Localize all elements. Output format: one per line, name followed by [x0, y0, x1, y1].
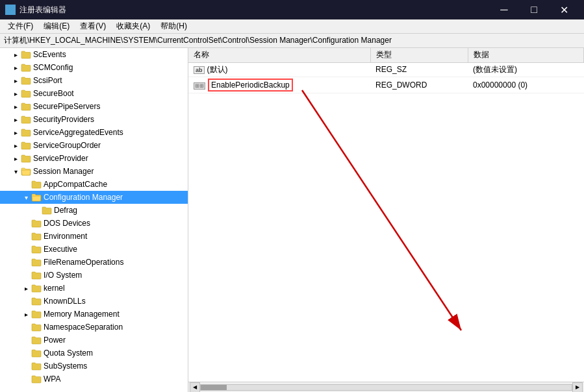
- tree-item-subsystems[interactable]: SubSystems: [0, 360, 188, 373]
- folder-icon-environment: [31, 232, 42, 241]
- tree-item-serviceprovider[interactable]: ▸ ServiceProvider: [0, 152, 188, 165]
- tree-arrow-subsystems[interactable]: [21, 361, 31, 371]
- tree-arrow-configurationmanager[interactable]: ▾: [21, 192, 31, 202]
- tree-item-servicegrouporder[interactable]: ▸ ServiceGroupOrder: [0, 139, 188, 152]
- tree-label-defrag: Defrag: [54, 206, 77, 215]
- tree-arrow-scsiport[interactable]: ▸: [10, 75, 21, 86]
- tree-arrow-serviceaggregatedevents[interactable]: ▸: [10, 127, 21, 138]
- tree-arrow-securepipeservers[interactable]: ▸: [10, 101, 21, 112]
- folder-icon-knowndlls: [31, 297, 42, 306]
- tree-item-configurationmanager[interactable]: ▾ Configuration Manager: [0, 191, 188, 204]
- table-row[interactable]: ⊞⊞EnablePeriodicBackupREG_DWORD0x0000000…: [188, 77, 584, 93]
- reg-data-cell: (数值未设置): [468, 62, 584, 77]
- table-row[interactable]: ab(默认)REG_SZ(数值未设置): [188, 62, 584, 77]
- tree-label-serviceprovider: ServiceProvider: [33, 154, 88, 163]
- tree-arrow-sessionmanager[interactable]: ▾: [10, 166, 21, 177]
- tree-item-wpa[interactable]: WPA: [0, 373, 188, 386]
- tree-arrow-securityproviders[interactable]: ▸: [10, 114, 21, 125]
- tree-arrow-namespaceseparation[interactable]: [21, 322, 31, 332]
- menu-item-v[interactable]: 查看(V): [75, 19, 111, 33]
- horizontal-scrollbar[interactable]: ◀ ▶: [188, 382, 584, 392]
- maximize-button[interactable]: □: [519, 0, 549, 19]
- tree-item-appcompatcache[interactable]: AppCompatCache: [0, 178, 188, 191]
- tree-arrow-serviceprovider[interactable]: ▸: [10, 153, 21, 164]
- tree-arrow-dosdevices[interactable]: [21, 218, 31, 228]
- tree-arrow-environment[interactable]: [21, 231, 31, 241]
- tree-item-scevents[interactable]: ▸ ScEvents: [0, 48, 188, 61]
- tree-arrow-kernel[interactable]: ▸: [21, 283, 31, 293]
- tree-label-sessionmanager: Session Manager: [33, 167, 94, 176]
- tree-item-serviceaggregatedevents[interactable]: ▸ ServiceAggregatedEvents: [0, 126, 188, 139]
- tree-label-scmconfig: SCMConfig: [33, 63, 73, 72]
- tree-item-iosystem[interactable]: I/O System: [0, 269, 188, 282]
- registry-table: 名称 类型 数据 ab(默认)REG_SZ(数值未设置)⊞⊞EnablePeri…: [188, 48, 584, 93]
- main-content: ▸ ScEvents▸ SCMConfig▸ ScsiPort▸ SecureB…: [0, 48, 584, 392]
- folder-icon-wpa: [31, 374, 42, 384]
- tree-arrow-executive[interactable]: [21, 244, 31, 254]
- col-header-name[interactable]: 名称: [188, 48, 370, 62]
- tree-item-securepipeservers[interactable]: ▸ SecurePipeServers: [0, 100, 188, 113]
- tree-item-environment[interactable]: Environment: [0, 230, 188, 243]
- tree-arrow-knowndlls[interactable]: [21, 296, 31, 306]
- scroll-right-button[interactable]: ▶: [572, 382, 583, 393]
- h-scroll-track[interactable]: [200, 384, 572, 391]
- tree-item-scsiport[interactable]: ▸ ScsiPort: [0, 74, 188, 87]
- tree-item-knowndlls[interactable]: KnownDLLs: [0, 295, 188, 308]
- folder-icon-defrag: [42, 206, 52, 215]
- tree-label-memorymanagement: Memory Management: [44, 310, 120, 319]
- folder-icon-dosdevices: [31, 219, 42, 228]
- tree-item-dosdevices[interactable]: DOS Devices: [0, 217, 188, 230]
- tree-arrow-wpa[interactable]: [21, 374, 31, 384]
- tree-item-scmconfig[interactable]: ▸ SCMConfig: [0, 61, 188, 74]
- reg-data-cell: 0x00000000 (0): [468, 77, 584, 93]
- tree-item-executive[interactable]: Executive: [0, 243, 188, 256]
- tree-item-power[interactable]: Power: [0, 334, 188, 347]
- tree-item-defrag[interactable]: Defrag: [0, 204, 188, 217]
- menu-item-e[interactable]: 编辑(E): [38, 19, 75, 33]
- menu-item-a[interactable]: 收藏夹(A): [111, 19, 155, 33]
- tree-item-secureboot[interactable]: ▸ SecureBoot: [0, 87, 188, 100]
- folder-icon-secureboot: [21, 89, 31, 98]
- tree-arrow-defrag[interactable]: [31, 205, 42, 215]
- tree-item-kernel[interactable]: ▸ kernel: [0, 282, 188, 295]
- tree-item-sessionmanager[interactable]: ▾ Session Manager: [0, 165, 188, 178]
- close-button[interactable]: ✕: [549, 0, 579, 19]
- folder-icon-iosystem: [31, 271, 42, 280]
- reg-name-editing[interactable]: EnablePeriodicBackup: [208, 79, 293, 92]
- registry-tree[interactable]: ▸ ScEvents▸ SCMConfig▸ ScsiPort▸ SecureB…: [0, 48, 188, 392]
- tree-item-securityproviders[interactable]: ▸ SecurityProviders: [0, 113, 188, 126]
- folder-icon-servicegrouporder: [21, 141, 31, 150]
- tree-label-wpa: WPA: [44, 374, 60, 384]
- tree-label-environment: Environment: [44, 232, 87, 241]
- tree-arrow-filerenameoperations[interactable]: [21, 257, 31, 267]
- tree-item-quotasystem[interactable]: Quota System: [0, 347, 188, 360]
- tree-arrow-secureboot[interactable]: ▸: [10, 88, 21, 99]
- tree-arrow-servicegrouporder[interactable]: ▸: [10, 140, 21, 151]
- h-scroll-thumb[interactable]: [201, 385, 227, 390]
- tree-arrow-scevents[interactable]: ▸: [10, 49, 21, 60]
- scroll-left-button[interactable]: ◀: [190, 382, 200, 393]
- folder-icon-appcompatcache: [31, 180, 42, 189]
- tree-label-executive: Executive: [44, 245, 77, 254]
- tree-arrow-scmconfig[interactable]: ▸: [10, 62, 21, 73]
- tree-item-namespaceseparation[interactable]: NamespaceSeparation: [0, 321, 188, 334]
- registry-values-scroll[interactable]: 名称 类型 数据 ab(默认)REG_SZ(数值未设置)⊞⊞EnablePeri…: [188, 48, 584, 382]
- col-header-type[interactable]: 类型: [370, 48, 468, 62]
- tree-item-filerenameoperations[interactable]: FileRenameOperations: [0, 256, 188, 269]
- folder-icon-serviceprovider: [21, 154, 31, 163]
- tree-arrow-quotasystem[interactable]: [21, 348, 31, 358]
- minimize-button[interactable]: ─: [489, 0, 519, 19]
- title-bar-controls: ─ □ ✕: [489, 0, 579, 19]
- tree-arrow-memorymanagement[interactable]: ▸: [21, 309, 31, 319]
- tree-arrow-appcompatcache[interactable]: [21, 179, 31, 190]
- menu-item-h[interactable]: 帮助(H): [155, 19, 192, 33]
- tree-label-appcompatcache: AppCompatCache: [44, 180, 107, 189]
- menu-item-f[interactable]: 文件(F): [3, 19, 38, 33]
- svg-rect-0: [6, 6, 10, 9]
- tree-arrow-power[interactable]: [21, 335, 31, 345]
- col-header-data[interactable]: 数据: [468, 48, 584, 62]
- tree-item-memorymanagement[interactable]: ▸ Memory Management: [0, 308, 188, 321]
- reg-type-cell: REG_DWORD: [370, 77, 468, 93]
- menu-bar: 文件(F)编辑(E)查看(V)收藏夹(A)帮助(H): [0, 19, 584, 34]
- tree-arrow-iosystem[interactable]: [21, 270, 31, 280]
